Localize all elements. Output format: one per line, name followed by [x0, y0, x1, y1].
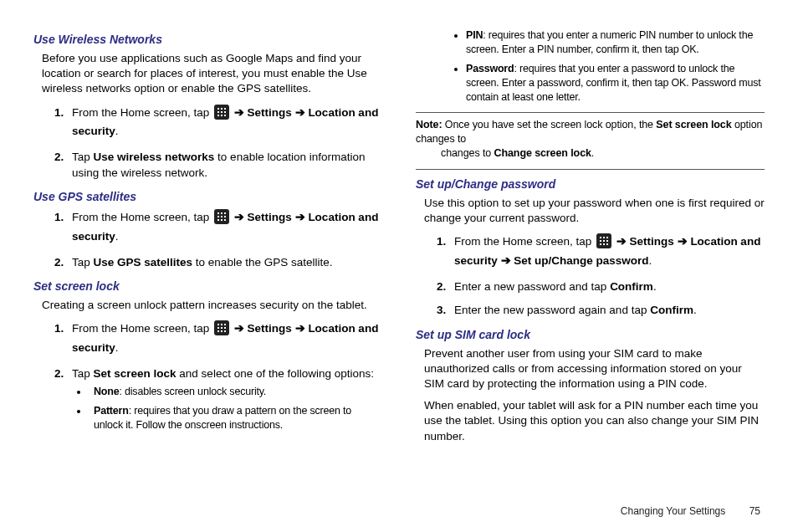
text: Enter a new password and tap: [454, 280, 610, 293]
heading-use-wireless-networks: Use Wireless Networks: [33, 32, 382, 48]
label-use-gps-satellites: Use GPS satellites: [94, 256, 193, 269]
note-indent: changes to Change screen lock.: [416, 146, 765, 161]
page-number: 75: [749, 505, 760, 517]
chapter-title: Changing Your Settings: [621, 505, 725, 517]
left-column: Use Wireless Networks Before you use app…: [33, 25, 399, 515]
bullet-item: Pattern: requires that you draw a patter…: [89, 404, 382, 432]
body-text: Before you use applications such as Goog…: [42, 51, 382, 97]
step-item: Tap Use wireless networks to enable loca…: [67, 150, 382, 180]
body-text: When enabled, your tablet will ask for a…: [424, 398, 765, 444]
text: .: [115, 341, 119, 354]
text: .: [653, 280, 657, 293]
label-settings: Settings: [630, 235, 674, 248]
apps-icon: [214, 209, 229, 224]
arrow-icon: ➔: [292, 106, 309, 119]
body-text: Prevent another user from using your SIM…: [424, 346, 765, 392]
step-item: From the Home screen, tap ➔ Settings ➔ L…: [67, 208, 382, 247]
bullet-item: PIN: requires that you enter a numeric P…: [466, 28, 765, 57]
label-settings: Settings: [248, 106, 292, 119]
apps-icon: [596, 233, 611, 248]
label-pin: PIN: [466, 29, 483, 41]
step-item: Enter a new password and tap Confirm.: [449, 279, 765, 294]
text: .: [591, 147, 594, 159]
heading-setup-sim-card-lock: Set up SIM card lock: [416, 327, 765, 343]
bullet-list: PIN: requires that you enter a numeric P…: [449, 28, 765, 104]
text: .: [693, 304, 697, 316]
text: : requires that you enter a numeric PIN …: [466, 29, 753, 55]
label-settings: Settings: [248, 322, 292, 335]
arrow-icon: ➔: [292, 211, 309, 223]
label-set-screen-lock: Set screen lock: [656, 119, 731, 130]
label-pattern: Pattern: [94, 405, 129, 417]
arrow-icon: ➔: [674, 235, 691, 248]
text: : disables screen unlock security.: [119, 386, 266, 397]
text: .: [649, 254, 652, 267]
label-confirm: Confirm: [610, 280, 653, 293]
body-text: Use this option to set up your password …: [424, 196, 765, 226]
bullet-list: None: disables screen unlock security. P…: [72, 385, 382, 432]
text: : requires that you draw a pattern on th…: [94, 405, 351, 431]
label-set-screen-lock: Set screen lock: [94, 367, 176, 380]
arrow-icon: ➔: [231, 211, 248, 223]
text: .: [115, 125, 119, 137]
steps-list: From the Home screen, tap ➔ Settings ➔ L…: [42, 104, 382, 181]
divider: [416, 112, 765, 113]
divider: [416, 169, 765, 170]
label-none: None: [94, 386, 119, 397]
heading-setup-change-password: Set up/Change password: [416, 176, 765, 192]
bullet-item: None: disables screen unlock security.: [89, 385, 382, 399]
label-password: Password: [466, 63, 514, 74]
note-block: Note: Once you have set the screen lock …: [416, 118, 765, 161]
steps-list: From the Home screen, tap ➔ Settings ➔ L…: [424, 233, 765, 318]
label-setup-change-password: Set up/Change password: [514, 254, 648, 267]
text: From the Home screen, tap: [72, 211, 212, 223]
text: .: [115, 230, 119, 243]
page-footer: Changing Your Settings 75: [621, 505, 760, 517]
steps-list: From the Home screen, tap ➔ Settings ➔ L…: [42, 320, 382, 432]
arrow-icon: ➔: [498, 254, 514, 267]
arrow-icon: ➔: [613, 235, 630, 248]
right-column: PIN: requires that you enter a numeric P…: [399, 25, 765, 515]
heading-use-gps-satellites: Use GPS satellites: [33, 189, 382, 205]
text: From the Home screen, tap: [72, 106, 212, 119]
step-item: Tap Use GPS satellites to enable the GPS…: [67, 255, 382, 270]
heading-set-screen-lock: Set screen lock: [33, 279, 382, 294]
label-use-wireless-networks: Use wireless networks: [94, 151, 215, 163]
bullet-item: Password: requires that you enter a pass…: [466, 62, 765, 105]
label-confirm: Confirm: [650, 304, 693, 316]
arrow-icon: ➔: [231, 106, 248, 119]
steps-list: From the Home screen, tap ➔ Settings ➔ L…: [42, 208, 382, 270]
label-change-screen-lock: Change screen lock: [494, 147, 591, 159]
step-item: From the Home screen, tap ➔ Settings ➔ L…: [67, 320, 382, 358]
page: Use Wireless Networks Before you use app…: [0, 0, 798, 532]
note-label: Note:: [416, 119, 442, 130]
step-item: From the Home screen, tap ➔ Settings ➔ L…: [449, 233, 765, 271]
arrow-icon: ➔: [292, 322, 309, 335]
apps-icon: [214, 105, 229, 120]
text: Tap: [72, 367, 94, 380]
step-item: Enter the new password again and tap Con…: [449, 303, 765, 318]
text: Enter the new password again and tap: [454, 304, 650, 316]
text: Tap: [72, 151, 94, 163]
text: and select one of the following options:: [176, 367, 374, 380]
text: changes to: [441, 147, 494, 159]
text: to enable the GPS satellite.: [192, 256, 332, 269]
text: Once you have set the screen lock option…: [442, 119, 656, 130]
apps-icon: [214, 320, 229, 335]
label-settings: Settings: [248, 211, 292, 223]
text: From the Home screen, tap: [72, 322, 212, 335]
text: From the Home screen, tap: [454, 235, 595, 248]
step-item: Tap Set screen lock and select one of th…: [67, 366, 382, 432]
step-item: From the Home screen, tap ➔ Settings ➔ L…: [67, 104, 382, 142]
arrow-icon: ➔: [231, 322, 248, 335]
text: Tap: [72, 256, 94, 269]
body-text: Creating a screen unlock pattern increas…: [42, 298, 382, 313]
